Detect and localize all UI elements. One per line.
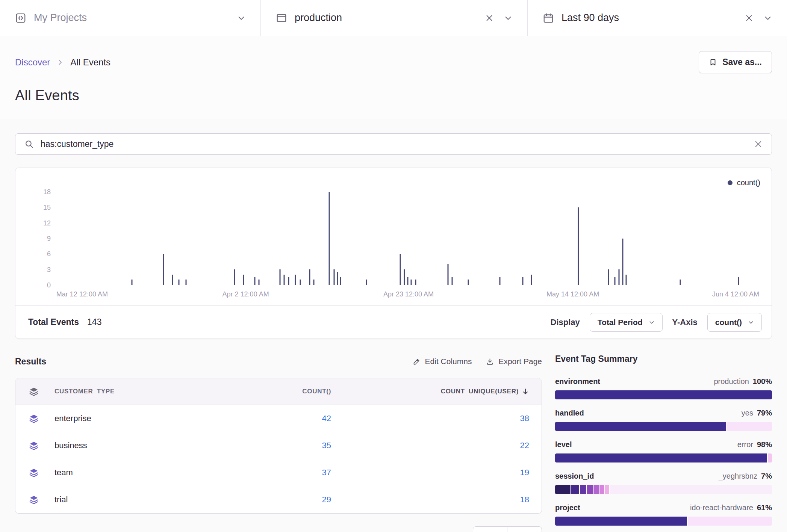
clear-environment-icon[interactable] (485, 14, 493, 22)
clear-date-range-icon[interactable] (745, 14, 753, 22)
chart-bar (259, 280, 260, 285)
date-range-selector[interactable]: Last 90 days (528, 0, 787, 36)
tag-bar-segment[interactable] (555, 390, 772, 399)
total-events-label: Total Events (28, 317, 79, 327)
tag-bar-segment[interactable] (555, 453, 767, 462)
sort-descending-icon (522, 388, 529, 395)
count-unique-cell[interactable]: 18 (331, 495, 542, 505)
chart-bar (179, 280, 180, 285)
tag-bar-segment[interactable] (571, 485, 579, 494)
chevron-down-icon[interactable] (764, 14, 772, 22)
environment-selector[interactable]: production (261, 0, 527, 36)
tag-top-value: yes (742, 409, 753, 417)
top-navigation-bar: My Projects production Last 90 days (0, 0, 787, 36)
tag-top-value: production (714, 377, 749, 385)
chart-bar (185, 280, 186, 285)
tag-distribution-bar (555, 422, 772, 431)
clear-search-icon[interactable] (754, 140, 763, 148)
breadcrumb-discover-link[interactable]: Discover (15, 57, 50, 68)
previous-page-button[interactable] (473, 526, 507, 532)
pencil-icon (413, 358, 421, 366)
edit-columns-label: Edit Columns (425, 357, 472, 366)
tag-bar-segment[interactable] (600, 485, 604, 494)
column-header-count-unique[interactable]: COUNT_UNIQUE(USER) (331, 388, 542, 395)
customer-type-cell: team (47, 468, 207, 478)
tag-name: handled (555, 408, 584, 417)
search-input[interactable] (41, 139, 747, 149)
pagination (15, 526, 542, 532)
y-axis-tick-label: 15 (43, 204, 51, 211)
x-axis-tick-label: Apr 2 12:00 AM (222, 290, 269, 298)
tag-name: project (555, 503, 580, 512)
breadcrumb-chevron-icon (57, 59, 64, 66)
breadcrumb-current: All Events (70, 57, 110, 68)
count-cell[interactable]: 42 (207, 414, 331, 423)
x-axis-tick-label: Apr 23 12:00 AM (383, 290, 434, 298)
tag-bar-segment[interactable] (555, 422, 726, 431)
legend-series-label: count() (737, 178, 760, 187)
chart-bar (328, 192, 330, 285)
count-cell[interactable]: 29 (207, 495, 331, 505)
save-as-button[interactable]: Save as... (699, 51, 772, 73)
count-unique-cell[interactable]: 38 (331, 414, 542, 423)
chart-bar (415, 280, 416, 285)
results-section: Results Edit Columns Export Page (15, 354, 542, 532)
tag-summary-block: projectido-react-hardware61% (555, 503, 772, 526)
chart-bar (300, 280, 301, 285)
chart-bar (622, 239, 623, 285)
y-axis-dropdown[interactable]: count() (707, 313, 762, 332)
tag-bar-segment[interactable] (605, 485, 609, 494)
next-page-button[interactable] (507, 526, 542, 532)
count-unique-cell[interactable]: 19 (331, 468, 542, 478)
chart-bar (400, 254, 401, 285)
chevron-down-icon[interactable] (237, 14, 245, 22)
event-tag-summary: Event Tag Summary environmentproduction1… (555, 354, 772, 526)
events-chart-card: count() 0369121518 Mar 12 12:00 AMApr 2 … (15, 168, 772, 339)
environment-selector-label: production (295, 12, 342, 24)
tag-bar-segment[interactable] (726, 422, 772, 431)
bookmark-icon (709, 58, 717, 66)
tag-bar-segment[interactable] (688, 517, 772, 526)
tag-bar-segment[interactable] (610, 485, 772, 494)
tag-bar-segment[interactable] (587, 485, 593, 494)
chart-bar (614, 277, 616, 285)
y-axis-tick-label: 3 (47, 266, 51, 273)
edit-columns-button[interactable]: Edit Columns (413, 357, 472, 366)
chevron-down-icon[interactable] (504, 14, 512, 22)
display-mode-dropdown[interactable]: Total Period (590, 313, 663, 332)
tag-top-value: _yeghrsbnz (719, 472, 757, 480)
count-cell[interactable]: 35 (207, 441, 331, 450)
tag-distribution-bar (555, 453, 772, 462)
table-body: enterprise4238business3522team3719trial2… (15, 405, 542, 513)
chart-bar (172, 275, 173, 285)
chart-bar (619, 269, 620, 285)
export-page-button[interactable]: Export Page (486, 357, 542, 366)
y-axis-label: Y-Axis (672, 317, 698, 327)
tag-top-percent: 100% (753, 377, 772, 385)
chart-bar (447, 264, 448, 285)
tag-top-percent: 61% (757, 503, 772, 512)
tag-bar-segment[interactable] (555, 517, 687, 526)
tag-bar-segment[interactable] (580, 485, 586, 494)
calendar-icon (543, 12, 554, 24)
discover-all-events-page: My Projects production Last 90 days (0, 0, 787, 532)
tag-distribution-bar (555, 485, 772, 494)
chart-bar (295, 275, 296, 285)
tag-bar-segment[interactable] (555, 485, 570, 494)
tag-summary-block: environmentproduction100% (555, 377, 772, 399)
count-cell[interactable]: 37 (207, 468, 331, 478)
chart-bar (284, 275, 285, 285)
column-header-customer-type[interactable]: CUSTOMER_TYPE (47, 388, 207, 395)
tag-bar-segment[interactable] (768, 453, 772, 462)
count-unique-cell[interactable]: 22 (331, 441, 542, 450)
stack-icon (15, 495, 47, 505)
tag-bar-segment[interactable] (594, 485, 599, 494)
x-axis-tick-label: Mar 12 12:00 AM (56, 290, 108, 298)
chart-bar (680, 280, 681, 285)
page-title: All Events (15, 88, 772, 104)
chart-y-axis: 0369121518 (24, 192, 51, 285)
column-header-count[interactable]: COUNT() (207, 388, 331, 395)
project-selector[interactable]: My Projects (0, 0, 260, 36)
x-axis-tick-label: May 14 12:00 AM (546, 290, 599, 298)
display-mode-value: Total Period (598, 318, 643, 327)
